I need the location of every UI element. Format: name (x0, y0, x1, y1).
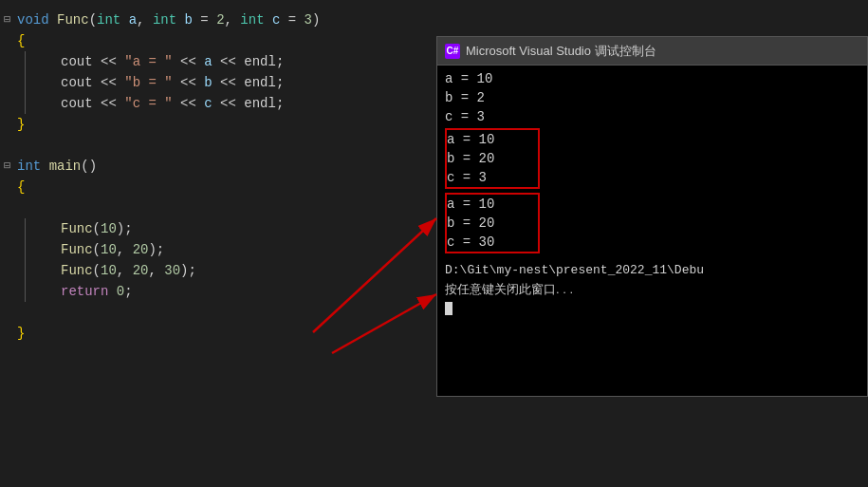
blank-line-2 (0, 197, 436, 218)
code-line-8: { (0, 177, 436, 197)
console-window: C# Microsoft Visual Studio 调试控制台 a = 10 … (436, 36, 868, 397)
console-title: Microsoft Visual Studio 调试控制台 (466, 43, 656, 60)
code-line-6: } (0, 114, 436, 135)
console-cursor-line (445, 299, 859, 318)
console-titlebar: C# Microsoft Visual Studio 调试控制台 (437, 37, 867, 66)
code-line-1: ⊟ void Func(int a, int b = 2, int c = 3) (0, 9, 436, 30)
console-close-prompt: 按任意键关闭此窗口. . . (445, 280, 859, 299)
output-line-3-2: b = 20 (447, 214, 538, 233)
output-line-1-2: b = 2 (445, 88, 859, 107)
output-line-2-2: b = 20 (447, 149, 538, 168)
output-group-3: a = 10 b = 20 c = 30 (445, 193, 540, 253)
code-line-5: cout << "c = " << c << endl; (0, 93, 436, 114)
fn-name-func: Func (57, 9, 89, 30)
code-line-11: Func(10, 20, 30); (0, 260, 436, 281)
blank-line-3 (0, 302, 436, 323)
collapse-icon-1[interactable]: ⊟ (4, 9, 17, 30)
code-editor: ⊟ void Func(int a, int b = 2, int c = 3)… (0, 0, 436, 487)
output-group-2: a = 10 b = 20 c = 3 (445, 128, 540, 189)
code-line-3: cout << "a = " << a << endl; (0, 51, 436, 72)
console-path: D:\Git\my-nest\present_2022_11\Debu (445, 261, 859, 280)
output-line-1-3: c = 3 (445, 107, 859, 126)
code-line-13: } (0, 323, 436, 344)
code-line-7: ⊟ int main() (0, 156, 436, 177)
collapse-icon-2[interactable]: ⊟ (4, 156, 17, 177)
code-line-4: cout << "b = " << b << endl; (0, 72, 436, 93)
code-line-9: Func(10); (0, 218, 436, 239)
output-line-3-1: a = 10 (447, 195, 538, 214)
cursor-block (445, 302, 452, 315)
fn-name-main: main (49, 156, 82, 177)
output-group-1: a = 10 b = 2 c = 3 (445, 69, 859, 126)
code-line-12: return 0; (0, 281, 436, 302)
vs-icon: C# (445, 44, 460, 59)
output-line-2-3: c = 3 (447, 168, 538, 187)
output-line-1-1: a = 10 (445, 69, 859, 88)
blank-line-1 (0, 135, 436, 156)
kw-int-main: int (17, 156, 41, 177)
code-line-2: { (0, 30, 436, 51)
code-line-10: Func(10, 20); (0, 239, 436, 260)
output-line-3-3: c = 30 (447, 233, 538, 252)
console-body: a = 10 b = 2 c = 3 a = 10 b = 20 c = 3 a… (437, 66, 867, 322)
kw-void: void (17, 9, 49, 30)
output-line-2-1: a = 10 (447, 130, 538, 149)
